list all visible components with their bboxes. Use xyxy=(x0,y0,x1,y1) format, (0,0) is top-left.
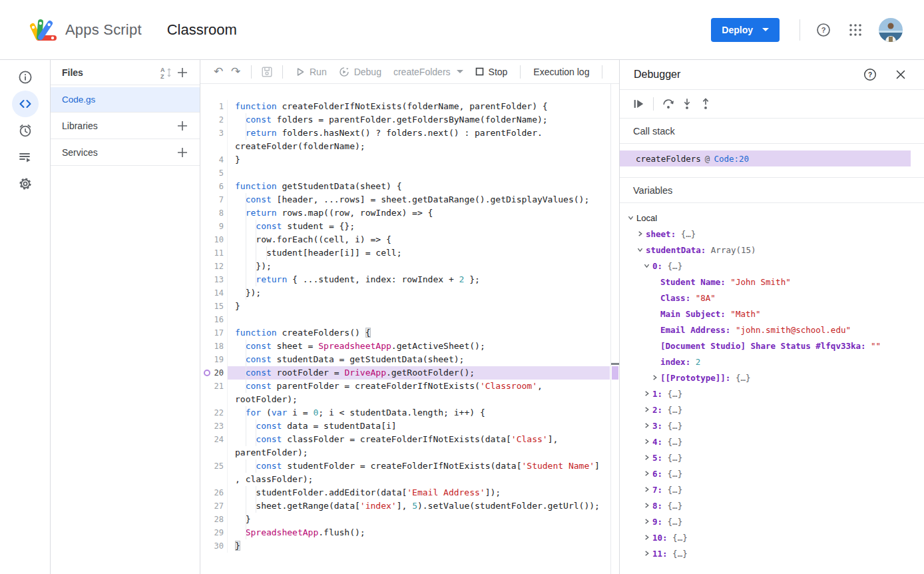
variable-row-4[interactable]: 4: {…} xyxy=(620,433,924,449)
code-line-3[interactable]: 3 return folders.hasNext() ? folders.nex… xyxy=(200,127,619,140)
code-line-wrap[interactable]: parentFolder); xyxy=(200,446,619,459)
code-line-13[interactable]: 13 return { ...student, index: rowIndex … xyxy=(200,273,619,286)
variable-row-local[interactable]: Local xyxy=(620,210,924,226)
code-line-14[interactable]: 14 }); xyxy=(200,286,619,300)
redo-icon[interactable]: ↷ xyxy=(227,64,244,80)
code-line-23[interactable]: 23 const data = studentData[i] xyxy=(200,420,619,433)
line-gutter[interactable]: 5 xyxy=(200,166,228,180)
scrollbar-thumb[interactable] xyxy=(611,363,619,365)
code-line-30[interactable]: 30} xyxy=(200,539,619,553)
line-gutter[interactable]: 21 xyxy=(200,380,228,393)
function-selector[interactable]: createFolders xyxy=(387,67,469,77)
step-into-icon[interactable] xyxy=(678,95,696,113)
variable-row-9[interactable]: 9: {…} xyxy=(620,513,924,529)
chevron-down-icon[interactable] xyxy=(644,262,652,269)
code-line-6[interactable]: 6function getStudentData(sheet) { xyxy=(200,180,619,193)
chevron-right-icon[interactable] xyxy=(644,486,652,493)
line-gutter[interactable]: 9 xyxy=(200,220,228,233)
code-line-24[interactable]: 24 const classFolder = createFolderIfNot… xyxy=(200,433,619,446)
variable-row-6[interactable]: 6: {…} xyxy=(620,465,924,481)
line-gutter[interactable] xyxy=(200,446,228,459)
line-gutter[interactable]: 28 xyxy=(200,513,228,526)
variable-row-7[interactable]: 7: {…} xyxy=(620,481,924,497)
line-gutter[interactable]: 16 xyxy=(200,313,228,326)
variable-row-studentdata[interactable]: studentData: Array(15) xyxy=(620,242,924,258)
code-line-15[interactable]: 15} xyxy=(200,300,619,313)
code-line-21[interactable]: 21 const parentFolder = createFolderIfNo… xyxy=(200,380,619,393)
code-line-5[interactable]: 5 xyxy=(200,166,619,180)
variable-row-3[interactable]: 3: {…} xyxy=(620,418,924,433)
line-gutter[interactable]: 30 xyxy=(200,539,228,553)
line-gutter[interactable]: 15 xyxy=(200,300,228,313)
chevron-right-icon[interactable] xyxy=(644,438,652,445)
variable-row-11[interactable]: 11: {…} xyxy=(620,545,924,561)
code-line-25[interactable]: 25 const studentFolder = createFolderIfN… xyxy=(200,459,619,473)
save-icon[interactable] xyxy=(258,64,276,80)
code-line-9[interactable]: 9 const student = {}; xyxy=(200,220,619,233)
line-gutter[interactable]: 4 xyxy=(200,153,228,166)
line-gutter[interactable]: 25 xyxy=(200,459,228,473)
add-library-icon[interactable] xyxy=(174,118,190,134)
stack-location-link[interactable]: Code:20 xyxy=(714,154,749,164)
breakpoint-icon[interactable] xyxy=(204,370,210,376)
chevron-right-icon[interactable] xyxy=(644,550,652,557)
chevron-right-icon[interactable] xyxy=(637,230,646,237)
nav-executions[interactable] xyxy=(12,144,39,170)
code-line-28[interactable]: 28 } xyxy=(200,513,619,526)
file-item-code-gs[interactable]: Code.gs xyxy=(51,87,200,113)
variable-row-2[interactable]: 2: {…} xyxy=(620,402,924,418)
google-apps-grid-icon[interactable] xyxy=(847,21,864,39)
add-file-icon[interactable] xyxy=(174,65,190,81)
code-line-wrap[interactable]: createFolder(folderName); xyxy=(200,140,619,153)
line-gutter[interactable]: 22 xyxy=(200,406,228,420)
code-line-wrap[interactable]: , classFolder); xyxy=(200,473,619,486)
stack-frame[interactable]: createFolders @ Code:20 xyxy=(620,150,911,166)
variable-row-sheet[interactable]: sheet: {…} xyxy=(620,226,924,242)
help-icon[interactable]: ? xyxy=(815,21,832,39)
line-gutter[interactable]: 11 xyxy=(200,246,228,260)
debugger-help-icon[interactable]: ? xyxy=(861,66,879,83)
line-gutter[interactable]: 17 xyxy=(200,326,228,340)
nav-settings[interactable] xyxy=(12,170,39,197)
chevron-right-icon[interactable] xyxy=(644,502,652,509)
line-gutter[interactable]: 6 xyxy=(200,180,228,193)
stop-button[interactable]: Stop xyxy=(469,60,514,83)
line-gutter[interactable]: 8 xyxy=(200,206,228,220)
line-gutter[interactable]: 18 xyxy=(200,340,228,353)
code-line-2[interactable]: 2 const folders = parentFolder.getFolder… xyxy=(200,113,619,127)
line-gutter[interactable]: 1 xyxy=(200,100,228,113)
editor-overview-ruler[interactable] xyxy=(610,84,619,574)
run-button[interactable]: Run xyxy=(290,60,333,83)
code-line-18[interactable]: 18 const sheet = SpreadsheetApp.getActiv… xyxy=(200,340,619,353)
nav-triggers[interactable] xyxy=(12,117,39,144)
line-gutter[interactable] xyxy=(200,140,228,153)
line-gutter[interactable]: 10 xyxy=(200,233,228,246)
code-line-7[interactable]: 7 const [header, ...rows] = sheet.getDat… xyxy=(200,193,619,206)
line-gutter[interactable]: 12 xyxy=(200,260,228,273)
chevron-down-icon[interactable] xyxy=(628,214,636,221)
debug-button[interactable]: Debug xyxy=(333,60,387,83)
undo-icon[interactable]: ↶ xyxy=(210,64,227,80)
brand[interactable]: Apps Script xyxy=(29,17,142,43)
line-gutter[interactable]: 19 xyxy=(200,353,228,366)
line-gutter[interactable] xyxy=(200,393,228,406)
step-out-icon[interactable] xyxy=(696,95,715,113)
resume-icon[interactable] xyxy=(629,95,648,113)
variable-row-0[interactable]: 0: {…} xyxy=(620,258,924,274)
line-gutter[interactable]: 3 xyxy=(200,127,228,140)
line-gutter[interactable]: 23 xyxy=(200,420,228,433)
code-line-20[interactable]: 20 const rootFolder = DriveApp.getRootFo… xyxy=(200,366,619,380)
line-gutter[interactable]: 13 xyxy=(200,273,228,286)
chevron-right-icon[interactable] xyxy=(644,390,652,397)
nav-overview[interactable] xyxy=(12,64,39,91)
chevron-right-icon[interactable] xyxy=(644,454,652,461)
chevron-right-icon[interactable] xyxy=(644,518,652,525)
code-line-27[interactable]: 27 sheet.getRange(data['index'], 5).setV… xyxy=(200,499,619,513)
code-line-26[interactable]: 26 studentFolder.addEditor(data['Email A… xyxy=(200,486,619,499)
line-gutter[interactable]: 29 xyxy=(200,526,228,539)
code-line-8[interactable]: 8 return rows.map((row, rowIndex) => { xyxy=(200,206,619,220)
line-gutter[interactable] xyxy=(200,473,228,486)
sort-az-icon[interactable]: A Z xyxy=(158,65,174,81)
variable-row-10[interactable]: 10: {…} xyxy=(620,529,924,545)
code-line-16[interactable]: 16 xyxy=(200,313,619,326)
